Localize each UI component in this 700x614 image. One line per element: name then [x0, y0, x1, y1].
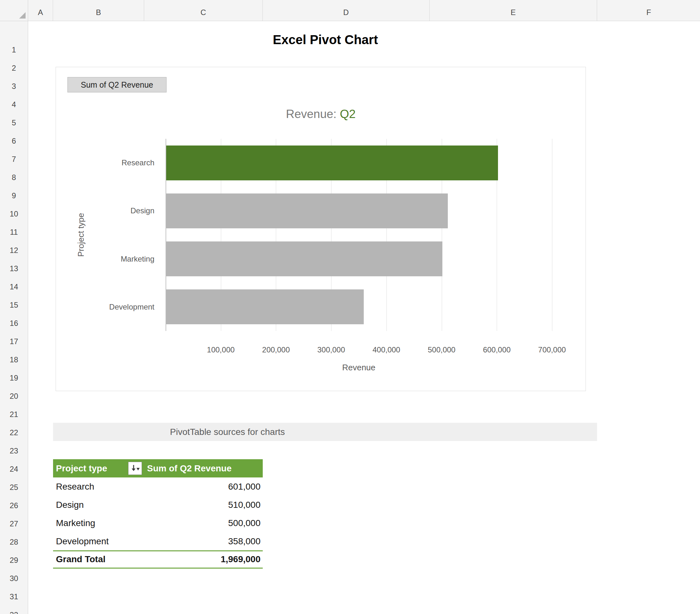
row-header-15[interactable]: 15	[0, 295, 28, 314]
pivot-row-marketing: Marketing500,000	[53, 514, 263, 532]
row-header-29[interactable]: 29	[0, 550, 28, 568]
pivot-row-design: Design510,000	[53, 496, 263, 514]
category-label-design: Design	[56, 206, 154, 216]
row-header-3[interactable]: 3	[0, 76, 28, 95]
row-header-9[interactable]: 9	[0, 186, 28, 204]
row-header-8[interactable]: 8	[0, 168, 28, 186]
select-all-corner[interactable]	[0, 0, 28, 21]
column-header-a[interactable]: A	[28, 0, 53, 21]
pivot-header-sum-q2-revenue[interactable]: Sum of Q2 Revenue	[144, 459, 263, 477]
row-header-25[interactable]: 25	[0, 477, 28, 496]
pivot-table: Project type Sum of Q2 Revenue Research6…	[53, 459, 263, 568]
column-header-d[interactable]: D	[263, 0, 429, 21]
row-header-27[interactable]: 27	[0, 514, 28, 532]
x-tick-700000: 700,000	[538, 345, 566, 354]
bar-research[interactable]	[166, 146, 498, 180]
pivot-field-button[interactable]: Sum of Q2 Revenue	[67, 77, 166, 93]
pivot-chart[interactable]: Sum of Q2 Revenue Revenue: Q2 Project ty…	[55, 67, 586, 391]
pivot-table-body: Research601,000Design510,000Marketing500…	[53, 477, 263, 568]
row-header-11[interactable]: 11	[0, 222, 28, 241]
bar-marketing[interactable]	[166, 242, 442, 276]
x-tick-200000: 200,000	[262, 345, 290, 354]
pivot-row-value[interactable]: 358,000	[144, 532, 263, 550]
row-header-4[interactable]: 4	[0, 95, 28, 113]
pivot-row-value[interactable]: 1,969,000	[144, 551, 263, 568]
row-header-21[interactable]: 21	[0, 405, 28, 423]
row-header-6[interactable]: 6	[0, 131, 28, 149]
pivot-row-label[interactable]: Development	[53, 532, 144, 550]
pivot-row-label[interactable]: Research	[53, 477, 144, 496]
x-tick-400000: 400,000	[372, 345, 400, 354]
chart-title: Revenue: Q2	[56, 108, 586, 121]
column-header-b[interactable]: B	[53, 0, 144, 21]
bar-design[interactable]	[166, 194, 448, 228]
spreadsheet: ABCDEF 123456789101112131415161718192021…	[0, 0, 700, 614]
pivot-row-research: Research601,000	[53, 477, 263, 496]
x-tick-100000: 100,000	[207, 345, 235, 354]
category-axis-line	[165, 139, 166, 331]
row-header-28[interactable]: 28	[0, 532, 28, 550]
gridline-700000	[552, 139, 552, 331]
row-header-7[interactable]: 7	[0, 149, 28, 168]
x-tick-300000: 300,000	[317, 345, 345, 354]
row-header-14[interactable]: 14	[0, 277, 28, 295]
sort-descending-icon	[130, 463, 140, 474]
column-header-e[interactable]: E	[429, 0, 597, 21]
column-header-c[interactable]: C	[144, 0, 263, 21]
pivot-row-value[interactable]: 500,000	[144, 514, 263, 532]
row-header-31[interactable]: 31	[0, 587, 28, 605]
row-header-23[interactable]: 23	[0, 441, 28, 459]
row-header-24[interactable]: 24	[0, 459, 28, 477]
row-header-column: 1234567891011121314151617181920212223242…	[0, 21, 28, 614]
row-header-32[interactable]: 32	[0, 605, 28, 614]
pivot-row-development: Development358,000	[53, 532, 263, 550]
row-header-18[interactable]: 18	[0, 350, 28, 368]
pivot-sources-banner[interactable]: PivotTable sources for charts	[53, 423, 597, 441]
row-header-10[interactable]: 10	[0, 204, 28, 222]
row-header-2[interactable]: 2	[0, 58, 28, 76]
pivot-row-label[interactable]: Marketing	[53, 514, 144, 532]
pivot-row-value[interactable]: 510,000	[144, 496, 263, 514]
row-header-1[interactable]: 1	[0, 21, 28, 58]
x-tick-500000: 500,000	[428, 345, 455, 354]
sort-filter-button[interactable]	[128, 462, 142, 475]
row-header-26[interactable]: 26	[0, 496, 28, 514]
row-header-20[interactable]: 20	[0, 386, 28, 405]
pivot-row-value[interactable]: 601,000	[144, 477, 263, 496]
pivot-row-grand-total: Grand Total1,969,000	[53, 550, 263, 568]
x-axis-title: Revenue	[165, 363, 552, 372]
row-header-12[interactable]: 12	[0, 241, 28, 259]
category-label-marketing: Marketing	[56, 254, 154, 264]
column-header-f[interactable]: F	[597, 0, 700, 21]
row-header-17[interactable]: 17	[0, 332, 28, 350]
plot-area: Project type Revenue 100,000200,000300,0…	[165, 139, 552, 331]
chart-title-highlight: Q2	[340, 108, 355, 121]
pivot-row-label[interactable]: Grand Total	[53, 551, 144, 568]
row-header-30[interactable]: 30	[0, 568, 28, 587]
row-header-22[interactable]: 22	[0, 423, 28, 441]
sheet-title: Excel Pivot Chart	[28, 21, 623, 58]
category-label-research: Research	[56, 158, 154, 168]
category-label-development: Development	[56, 302, 154, 312]
column-header-row: ABCDEF	[0, 0, 700, 21]
bar-development[interactable]	[166, 290, 364, 324]
row-header-5[interactable]: 5	[0, 113, 28, 131]
banner-text: PivotTable sources for charts	[53, 423, 402, 441]
x-tick-600000: 600,000	[483, 345, 511, 354]
pivot-table-header: Project type Sum of Q2 Revenue	[53, 459, 263, 477]
row-header-13[interactable]: 13	[0, 259, 28, 277]
pivot-row-label[interactable]: Design	[53, 496, 144, 514]
row-header-16[interactable]: 16	[0, 314, 28, 332]
chart-title-prefix: Revenue:	[286, 108, 340, 121]
row-header-19[interactable]: 19	[0, 368, 28, 386]
